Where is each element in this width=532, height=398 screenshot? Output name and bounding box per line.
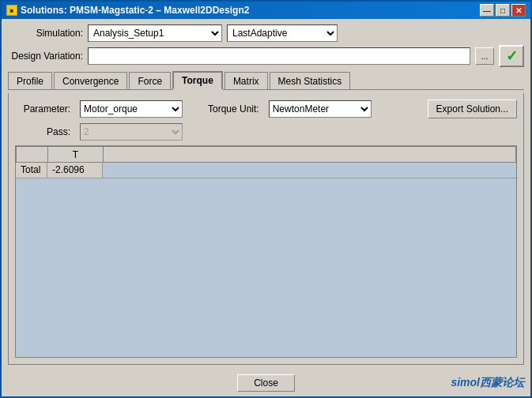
row-value-t: -2.6096 [47, 163, 103, 178]
tab-mesh-statistics[interactable]: Mesh Statistics [270, 72, 351, 89]
parameter-row: Parameter: Motor_orque Torque Unit: Newt… [15, 100, 517, 118]
window-icon: ■ [6, 5, 17, 16]
design-variation-label: Design Variation: [8, 51, 83, 62]
minimize-button[interactable]: — [480, 4, 494, 17]
table-header-extra [104, 147, 516, 163]
confirm-button[interactable]: ✓ [499, 45, 524, 67]
tab-matrix[interactable]: Matrix [224, 72, 268, 89]
checkmark-icon: ✓ [506, 47, 518, 65]
pass-row: Pass: 2 [15, 123, 517, 141]
main-window: ■ Solutions: PMSM-Magstatic-2 – Maxwell2… [0, 0, 532, 398]
design-variation-row: Design Variation: ... ✓ [8, 46, 524, 66]
maximize-button[interactable]: □ [496, 4, 510, 17]
close-button[interactable]: Close [237, 374, 295, 392]
torque-panel: Parameter: Motor_orque Torque Unit: Newt… [8, 93, 524, 365]
window-title: Solutions: PMSM-Magstatic-2 – Maxwell2DD… [21, 5, 249, 16]
title-bar: ■ Solutions: PMSM-Magstatic-2 – Maxwell2… [2, 2, 530, 19]
title-bar-left: ■ Solutions: PMSM-Magstatic-2 – Maxwell2… [6, 5, 249, 16]
data-table-container: T Total -2.6096 [15, 145, 517, 358]
tab-convergence[interactable]: Convergence [54, 72, 127, 89]
bottom-bar: Close simol西蒙论坛 [2, 370, 530, 396]
data-table: T [16, 146, 516, 163]
simulation-label: Simulation: [8, 28, 83, 39]
simulation-adaptive-select[interactable]: LastAdaptive [227, 24, 338, 42]
torque-unit-label: Torque Unit: [208, 103, 259, 115]
table-row: Total -2.6096 [16, 163, 516, 178]
table-header-empty [17, 147, 48, 163]
simulation-setup-select[interactable]: Analysis_Setup1 [88, 24, 222, 42]
title-buttons: — □ ✕ [480, 4, 526, 17]
parameter-label: Parameter: [15, 103, 70, 115]
table-body-area: Total -2.6096 [16, 163, 516, 357]
close-window-button[interactable]: ✕ [511, 4, 526, 17]
watermark: simol西蒙论坛 [451, 376, 524, 389]
table-header-t: T [48, 147, 104, 163]
tab-torque[interactable]: Torque [172, 71, 223, 90]
pass-label: Pass: [15, 126, 70, 137]
torque-unit-select[interactable]: NewtonMeter [269, 100, 372, 118]
simulation-row: Simulation: Analysis_Setup1 LastAdaptive [8, 24, 524, 43]
tabs-bar: Profile Convergence Force Torque Matrix … [8, 71, 524, 90]
tab-force[interactable]: Force [129, 72, 171, 89]
row-label: Total [16, 163, 47, 178]
browse-button[interactable]: ... [475, 47, 494, 65]
design-variation-input[interactable] [88, 47, 470, 65]
tab-profile[interactable]: Profile [8, 72, 52, 89]
pass-select[interactable]: 2 [80, 123, 183, 141]
export-solution-button[interactable]: Export Solution... [428, 100, 517, 118]
window-content: Simulation: Analysis_Setup1 LastAdaptive… [2, 19, 530, 370]
parameter-select[interactable]: Motor_orque [80, 100, 183, 118]
